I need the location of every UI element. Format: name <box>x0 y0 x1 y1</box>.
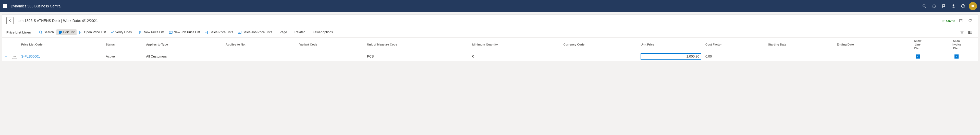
table-area: Price List Code ↑ Status Applies-to Type… <box>2 38 978 61</box>
col-cost-factor: Cost Factor <box>703 38 766 51</box>
svg-rect-20 <box>970 31 971 34</box>
col-allow-line-disc: AllowLineDisc. <box>900 38 935 51</box>
back-button[interactable] <box>6 17 14 24</box>
col-applies-to-type: Applies-to Type <box>144 38 224 51</box>
minimum-quantity-cell: 0 <box>470 51 561 61</box>
row-indicator-cell: → <box>2 51 10 61</box>
svg-rect-13 <box>59 33 61 34</box>
col-allow-invoice-disc: AllowInvoiceDisc. <box>935 38 978 51</box>
unit-of-measure-code-cell: PCS <box>365 51 470 61</box>
svg-line-5 <box>925 6 926 8</box>
svg-rect-15 <box>139 31 142 34</box>
col-unit-of-measure-code: Unit of Measure Code <box>365 38 470 51</box>
filter-icon[interactable] <box>958 29 966 36</box>
currency-code-cell <box>562 51 638 61</box>
header-actions: Saved <box>942 17 974 24</box>
col-applies-to-no: Applies-to No. <box>224 38 298 51</box>
svg-text:?: ? <box>963 5 964 8</box>
verify-lines-button[interactable]: Verify Lines... <box>108 29 137 35</box>
page-header: Item 1896-S ATHENS Desk | Work Date: 4/1… <box>2 14 978 27</box>
svg-point-4 <box>923 5 925 7</box>
open-price-list-button[interactable]: Open Price List <box>77 29 108 35</box>
user-avatar[interactable]: IK <box>969 2 977 10</box>
svg-rect-0 <box>3 4 5 6</box>
new-job-price-list-button[interactable]: New Job Price List <box>167 29 202 35</box>
price-list-code-link[interactable]: S-PLS00001 <box>21 55 40 58</box>
toolbar-separator-3 <box>309 29 309 35</box>
col-unit-price: Unit Price <box>638 38 703 51</box>
nav-icons: ? IK <box>920 2 977 10</box>
toolbar: Price List Lines Search Edit List Open P… <box>2 27 978 38</box>
flag-icon[interactable] <box>940 2 948 10</box>
top-navigation: Dynamics 365 Business Central ? IK <box>0 0 980 12</box>
row-ellipsis-button[interactable]: ··· <box>12 54 17 59</box>
settings-icon[interactable] <box>950 2 958 10</box>
col-starting-date: Starting Date <box>766 38 835 51</box>
starting-date-cell <box>766 51 835 61</box>
col-ending-date: Ending Date <box>835 38 900 51</box>
table-header-row: Price List Code ↑ Status Applies-to Type… <box>2 38 978 51</box>
svg-rect-3 <box>5 6 7 8</box>
price-list-code-cell[interactable]: S-PLS00001 <box>19 51 104 61</box>
col-action <box>10 38 19 51</box>
sales-job-price-lists-button[interactable]: Sales Job Price Lists <box>236 29 274 35</box>
table-row: → ··· S-PLS00001 Active All Customers PC… <box>2 51 978 61</box>
page-button[interactable]: Page <box>278 29 289 35</box>
toolbar-separator <box>276 29 276 35</box>
ending-date-cell <box>835 51 900 61</box>
svg-rect-14 <box>80 31 82 34</box>
bell-icon[interactable] <box>930 2 938 10</box>
status-cell: Active <box>104 51 144 61</box>
svg-rect-21 <box>971 31 972 34</box>
col-status: Status <box>104 38 144 51</box>
col-variant-code: Variant Code <box>298 38 365 51</box>
help-icon[interactable]: ? <box>959 2 967 10</box>
toolbar-right <box>958 29 974 36</box>
cost-factor-cell: 0.00 <box>703 51 766 61</box>
search-button[interactable]: Search <box>37 29 56 35</box>
svg-rect-16 <box>169 31 172 34</box>
saved-status: Saved <box>942 19 955 23</box>
applies-to-type-cell: All Customers <box>144 51 224 61</box>
col-price-list-code: Price List Code ↑ <box>19 38 104 51</box>
app-title: Dynamics 365 Business Central <box>11 4 920 8</box>
svg-line-10 <box>41 33 42 34</box>
svg-rect-19 <box>969 31 969 34</box>
page-title: Item 1896-S ATHENS Desk | Work Date: 4/1… <box>17 19 942 23</box>
price-list-table: Price List Code ↑ Status Applies-to Type… <box>2 38 978 61</box>
svg-rect-2 <box>3 6 5 8</box>
sales-price-lists-button[interactable]: Sales Price Lists <box>203 29 235 35</box>
section-label: Price List Lines <box>6 31 34 34</box>
column-chooser-icon[interactable] <box>966 29 974 36</box>
open-in-new-icon[interactable] <box>957 17 964 24</box>
related-button[interactable]: Related <box>293 29 307 35</box>
svg-rect-1 <box>5 4 7 6</box>
unit-price-cell[interactable]: 1,000.80 <box>638 51 703 61</box>
edit-list-button[interactable]: Edit List <box>56 29 76 35</box>
col-minimum-quantity: Minimum Quantity <box>470 38 561 51</box>
svg-rect-11 <box>59 31 62 32</box>
search-nav-icon[interactable] <box>920 2 928 10</box>
collapse-icon[interactable] <box>966 17 974 24</box>
allow-invoice-disc-checkbox[interactable]: ✓ <box>955 55 959 59</box>
variant-code-cell <box>298 51 365 61</box>
col-indicator <box>2 38 10 51</box>
row-action-cell: ··· <box>10 51 19 61</box>
svg-rect-18 <box>238 31 241 34</box>
allow-line-disc-cell[interactable]: ✓ <box>900 51 935 61</box>
svg-rect-12 <box>59 32 62 33</box>
toolbar-separator-2 <box>291 29 291 35</box>
new-price-list-button[interactable]: New Price List <box>137 29 166 35</box>
svg-point-6 <box>953 6 954 7</box>
allow-line-disc-checkbox[interactable]: ✓ <box>916 55 920 59</box>
allow-invoice-disc-cell[interactable]: ✓ <box>935 51 978 61</box>
page-container: Item 1896-S ATHENS Desk | Work Date: 4/1… <box>2 14 978 61</box>
col-currency-code: Currency Code <box>562 38 638 51</box>
sort-asc-icon: ↑ <box>43 43 45 46</box>
applies-to-no-cell <box>224 51 298 61</box>
fewer-options-button[interactable]: Fewer options <box>311 29 335 35</box>
app-grid-icon[interactable] <box>3 4 8 8</box>
svg-rect-17 <box>205 31 207 34</box>
